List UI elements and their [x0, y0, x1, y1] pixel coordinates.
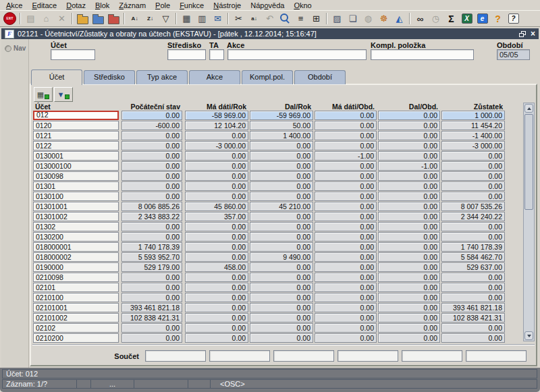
tab-kompl-pol[interactable]: Kompl.pol. [242, 70, 293, 84]
enter-query-icon[interactable] [75, 11, 90, 26]
account-cell[interactable]: 0210200 [33, 333, 119, 343]
value-cell[interactable]: 0.00 [315, 171, 377, 181]
value-cell[interactable]: -600.00 [122, 121, 182, 130]
sum-field[interactable] [273, 350, 334, 362]
akce-field[interactable] [227, 49, 367, 60]
restore-window-icon[interactable] [519, 31, 526, 37]
value-cell[interactable]: 45 860.00 [185, 202, 248, 211]
scroll-up-icon[interactable] [524, 104, 533, 113]
value-cell[interactable]: 0.00 [378, 303, 440, 312]
account-cell[interactable]: 0130200 [33, 232, 119, 242]
value-cell[interactable]: 0.00 [315, 181, 377, 191]
sum-icon[interactable]: Σ [443, 11, 459, 26]
value-cell[interactable]: 9 490.00 [250, 252, 313, 262]
menu-item[interactable]: Editace [27, 1, 61, 9]
value-cell[interactable]: 0.00 [185, 181, 248, 191]
helm-icon[interactable]: ☸ [376, 11, 392, 26]
value-cell[interactable]: 0.00 [378, 222, 440, 231]
menu-item[interactable]: Blok [90, 1, 114, 9]
value-cell[interactable]: 0.00 [441, 333, 505, 343]
value-cell[interactable]: 0.00 [250, 273, 313, 282]
value-cell[interactable]: 0.00 [250, 313, 313, 323]
menu-item[interactable]: Záznam [114, 1, 151, 9]
sum-field[interactable] [466, 350, 526, 362]
menu-item[interactable]: Pole [151, 1, 175, 9]
execute-query-icon[interactable] [90, 11, 106, 26]
kompl-polozka-field[interactable] [371, 49, 474, 60]
value-cell[interactable]: 0.00 [122, 333, 182, 343]
value-cell[interactable]: 0.00 [378, 111, 440, 120]
vertical-scrollbar[interactable] [523, 103, 535, 341]
value-cell[interactable]: 0.00 [441, 273, 505, 282]
value-cell[interactable]: 0.00 [378, 313, 440, 323]
value-cell[interactable]: 0.00 [122, 222, 182, 231]
value-cell[interactable]: 0.00 [441, 171, 505, 181]
value-cell[interactable]: 0.00 [185, 303, 248, 312]
value-cell[interactable]: 0.00 [441, 222, 505, 231]
value-cell[interactable]: 0.00 [378, 262, 440, 272]
value-cell[interactable]: 0.00 [378, 293, 440, 302]
value-cell[interactable]: 0.00 [315, 283, 377, 292]
value-cell[interactable]: 11 454.20 [441, 121, 505, 130]
help-icon[interactable]: ? [490, 11, 506, 26]
value-cell[interactable]: 0.00 [441, 151, 505, 161]
duplicate-item-icon[interactable]: a↓ [246, 11, 262, 26]
value-cell[interactable]: 0.00 [315, 273, 377, 282]
sort-asc-icon[interactable]: A↓ [127, 11, 142, 26]
save-icon[interactable]: ▤ [23, 11, 38, 26]
filter-icon[interactable]: ▽ [158, 11, 173, 26]
value-cell[interactable]: 0.00 [315, 303, 377, 312]
value-cell[interactable]: 0.00 [250, 323, 313, 333]
account-cell[interactable]: 01301001 [33, 202, 119, 211]
value-cell[interactable]: 0.00 [185, 333, 248, 343]
value-cell[interactable]: 0.00 [185, 293, 248, 302]
value-cell[interactable]: 0.00 [378, 283, 440, 292]
home-icon[interactable]: ⌂ [38, 11, 54, 26]
undo-icon[interactable]: ↶ [262, 11, 277, 26]
tab-obdobi[interactable]: Období [294, 70, 346, 84]
value-cell[interactable]: 0.00 [378, 323, 440, 333]
value-cell[interactable]: 0.00 [250, 212, 313, 221]
value-cell[interactable]: 0.00 [378, 273, 440, 282]
account-cell[interactable]: 0121 [33, 131, 119, 140]
menu-item[interactable]: Dotaz [61, 1, 90, 9]
value-cell[interactable]: 0.00 [315, 222, 377, 231]
value-cell[interactable]: 0.00 [378, 121, 440, 130]
value-cell[interactable]: 0.00 [378, 232, 440, 242]
account-cell[interactable]: 013000100 [33, 161, 119, 171]
value-cell[interactable]: 0.00 [441, 293, 505, 302]
value-cell[interactable]: 0.00 [441, 323, 505, 333]
value-cell[interactable]: 0.00 [441, 161, 505, 171]
value-cell[interactable]: 0.00 [378, 202, 440, 211]
value-cell[interactable]: 0.00 [250, 141, 313, 150]
value-cell[interactable]: 0.00 [315, 313, 377, 323]
value-cell[interactable]: 50.00 [250, 121, 313, 130]
value-cell[interactable]: 0.00 [122, 171, 182, 181]
value-cell[interactable]: 0.00 [122, 273, 182, 282]
value-cell[interactable]: 0.00 [315, 131, 377, 140]
print-setup-icon[interactable]: ▥ [194, 11, 210, 26]
ucet-field[interactable] [51, 49, 95, 60]
value-cell[interactable]: 0.00 [185, 192, 248, 201]
value-cell[interactable]: -58 969.00 [185, 111, 248, 120]
value-cell[interactable]: -1 400.00 [441, 131, 505, 140]
value-cell[interactable]: 0.00 [185, 151, 248, 161]
value-cell[interactable]: 8 006 885.26 [122, 202, 182, 211]
account-cell[interactable]: 02101002 [33, 313, 119, 323]
value-cell[interactable]: 2 343 883.22 [122, 212, 182, 221]
account-cell[interactable]: 0120 [33, 121, 119, 130]
account-cell[interactable]: 01302 [33, 222, 119, 231]
value-cell[interactable]: 0.00 [378, 242, 440, 252]
sum-field[interactable] [402, 350, 462, 362]
value-cell[interactable]: -1.00 [315, 151, 377, 161]
value-cell[interactable]: 0.00 [315, 293, 377, 302]
alert-icon[interactable]: ◭ [392, 11, 407, 26]
search-icon[interactable] [277, 11, 293, 26]
value-cell[interactable]: 0.00 [441, 283, 505, 292]
account-cell[interactable]: 0210098 [33, 273, 119, 282]
value-cell[interactable]: -59 969.00 [250, 111, 313, 120]
value-cell[interactable]: 0.00 [122, 131, 182, 140]
value-cell[interactable]: -3 000.00 [441, 141, 505, 150]
tab-akce[interactable]: Akce [189, 70, 240, 84]
print-icon[interactable]: ▦ [179, 11, 194, 26]
